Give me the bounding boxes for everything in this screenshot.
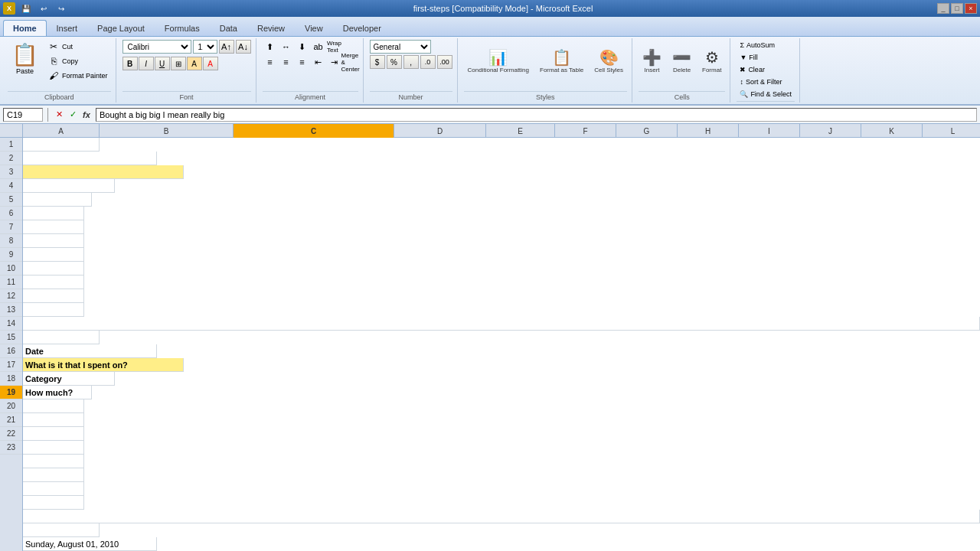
font-family-select[interactable]: Calibri bbox=[122, 40, 191, 54]
decrease-indent-btn[interactable]: ⇤ bbox=[311, 55, 326, 69]
border-button[interactable]: ⊞ bbox=[171, 57, 186, 70]
quick-undo-btn[interactable]: ↩ bbox=[36, 2, 51, 15]
minimize-btn[interactable]: _ bbox=[937, 3, 949, 14]
cell-B3[interactable]: Sunday, August 01, 2010 bbox=[23, 537, 157, 551]
cut-button[interactable]: ✂ Cut bbox=[44, 40, 111, 54]
conditional-formatting-btn[interactable]: 📊 Conditional Formatting bbox=[464, 40, 533, 84]
align-middle-btn[interactable]: ↔ bbox=[279, 40, 294, 54]
row-num-2[interactable]: 2 bbox=[0, 152, 22, 165]
fill-btn[interactable]: ▼ Fill bbox=[737, 52, 760, 63]
cell-N2[interactable] bbox=[23, 510, 980, 523]
cell-M1[interactable] bbox=[23, 303, 84, 317]
row-num-12[interactable]: 12 bbox=[0, 289, 22, 303]
col-header-A[interactable]: A bbox=[23, 124, 100, 138]
cell-B1[interactable] bbox=[23, 152, 157, 165]
cell-L1[interactable] bbox=[23, 289, 84, 303]
cell-I1[interactable] bbox=[23, 248, 84, 262]
cell-A3[interactable] bbox=[23, 523, 100, 537]
tab-insert[interactable]: Insert bbox=[47, 20, 88, 36]
cell-N1[interactable] bbox=[23, 317, 980, 331]
col-header-G[interactable]: G bbox=[616, 124, 678, 138]
sort-filter-btn[interactable]: ↕ Sort & Filter bbox=[737, 77, 785, 87]
cell-F1[interactable] bbox=[23, 207, 84, 220]
increase-decimal-btn[interactable]: .00 bbox=[437, 55, 452, 69]
cell-K1[interactable] bbox=[23, 276, 84, 289]
row-num-8[interactable]: 8 bbox=[0, 234, 22, 248]
cell-K2[interactable] bbox=[23, 468, 84, 482]
row-num-4[interactable]: 4 bbox=[0, 179, 22, 193]
cell-D2[interactable]: Category bbox=[23, 372, 115, 386]
cell-G1[interactable] bbox=[23, 220, 84, 234]
row-num-11[interactable]: 11 bbox=[0, 276, 22, 289]
quick-redo-btn[interactable]: ↪ bbox=[54, 2, 69, 15]
row-num-3[interactable]: 3 bbox=[0, 165, 22, 179]
copy-button[interactable]: ⎘ Copy bbox=[44, 54, 111, 68]
cell-reference-box[interactable]: C19 bbox=[3, 108, 43, 122]
row-num-9[interactable]: 9 bbox=[0, 248, 22, 262]
row-num-19[interactable]: 19 bbox=[0, 386, 22, 399]
cell-D1[interactable] bbox=[23, 179, 115, 193]
cell-F2[interactable] bbox=[23, 399, 84, 413]
tab-home[interactable]: Home bbox=[3, 20, 47, 36]
row-num-7[interactable]: 7 bbox=[0, 220, 22, 234]
row-num-14[interactable]: 14 bbox=[0, 317, 22, 331]
row-num-13[interactable]: 13 bbox=[0, 303, 22, 317]
cancel-icon[interactable]: ✕ bbox=[53, 109, 65, 121]
cell-I2[interactable] bbox=[23, 441, 84, 455]
decrease-decimal-btn[interactable]: .0 bbox=[420, 55, 436, 69]
cell-H2[interactable] bbox=[23, 427, 84, 441]
number-format-select[interactable]: General bbox=[370, 40, 431, 54]
tab-data[interactable]: Data bbox=[210, 20, 247, 36]
col-header-B[interactable]: B bbox=[100, 124, 234, 138]
wrap-text-btn[interactable]: Wrap Text bbox=[327, 40, 342, 54]
col-header-I[interactable]: I bbox=[739, 124, 800, 138]
row-num-20[interactable]: 20 bbox=[0, 399, 22, 413]
maximize-btn[interactable]: □ bbox=[951, 3, 963, 14]
delete-btn[interactable]: ➖ Delete bbox=[668, 40, 695, 84]
col-header-J[interactable]: J bbox=[800, 124, 861, 138]
row-num-22[interactable]: 22 bbox=[0, 427, 22, 441]
merge-center-btn[interactable]: Merge & Center bbox=[343, 55, 358, 69]
cell-L2[interactable] bbox=[23, 482, 84, 496]
cell-E2[interactable]: How much? bbox=[23, 386, 92, 399]
format-painter-button[interactable]: 🖌 Format Painter bbox=[44, 69, 111, 83]
bold-button[interactable]: B bbox=[122, 57, 138, 70]
cell-C1[interactable] bbox=[23, 165, 184, 179]
tab-developer[interactable]: Developer bbox=[333, 20, 391, 36]
italic-button[interactable]: I bbox=[139, 57, 154, 70]
tab-page-layout[interactable]: Page Layout bbox=[87, 20, 155, 36]
align-left-btn[interactable]: ≡ bbox=[263, 55, 278, 69]
cell-J1[interactable] bbox=[23, 262, 84, 276]
cell-B2[interactable]: Date bbox=[23, 344, 157, 358]
percent-btn[interactable]: % bbox=[387, 55, 402, 69]
align-bottom-btn[interactable]: ⬇ bbox=[295, 40, 310, 54]
format-as-table-btn[interactable]: 📋 Format as Table bbox=[536, 40, 587, 84]
formula-input[interactable] bbox=[96, 108, 977, 122]
comma-btn[interactable]: , bbox=[403, 55, 419, 69]
row-num-15[interactable]: 15 bbox=[0, 331, 22, 344]
currency-btn[interactable]: $ bbox=[370, 55, 385, 69]
cell-M2[interactable] bbox=[23, 496, 84, 510]
autosum-btn[interactable]: Σ AutoSum bbox=[737, 40, 778, 51]
paste-button[interactable]: 📋 Paste bbox=[8, 40, 42, 77]
col-header-L[interactable]: L bbox=[923, 124, 980, 138]
function-icon[interactable]: fx bbox=[80, 109, 93, 121]
clear-btn[interactable]: ✖ Clear bbox=[737, 64, 768, 75]
cell-J2[interactable] bbox=[23, 455, 84, 468]
cell-A2[interactable] bbox=[23, 331, 100, 344]
font-color-button[interactable]: A bbox=[203, 57, 218, 70]
underline-button[interactable]: U bbox=[155, 57, 170, 70]
cell-C2[interactable]: What is it that I spent on? bbox=[23, 358, 184, 372]
col-header-K[interactable]: K bbox=[861, 124, 923, 138]
col-header-H[interactable]: H bbox=[678, 124, 739, 138]
row-num-18[interactable]: 18 bbox=[0, 372, 22, 386]
row-num-21[interactable]: 21 bbox=[0, 413, 22, 427]
align-top-btn[interactable]: ⬆ bbox=[263, 40, 278, 54]
col-header-E[interactable]: E bbox=[486, 124, 555, 138]
cell-styles-btn[interactable]: 🎨 Cell Styles bbox=[590, 40, 627, 84]
row-num-10[interactable]: 10 bbox=[0, 262, 22, 276]
corner-cell[interactable] bbox=[0, 124, 23, 137]
increase-indent-btn[interactable]: ⇥ bbox=[327, 55, 342, 69]
col-header-F[interactable]: F bbox=[555, 124, 616, 138]
tab-formulas[interactable]: Formulas bbox=[155, 20, 210, 36]
